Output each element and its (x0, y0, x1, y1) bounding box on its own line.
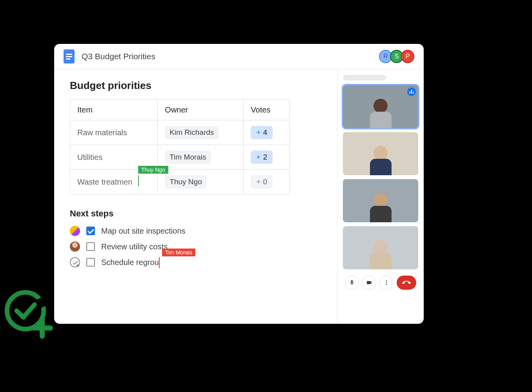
more-vertical-icon (383, 279, 390, 286)
collaborator-avatars: R S P (381, 50, 414, 63)
video-participant-tile[interactable] (343, 226, 418, 269)
task-text[interactable]: Review utility costs (101, 242, 168, 251)
speaking-indicator-icon (407, 87, 416, 96)
document-title[interactable]: Q3 Budget Priorities (82, 52, 381, 61)
microphone-icon (349, 279, 355, 286)
task-row[interactable]: Review utility costs (70, 241, 321, 252)
document-header: Q3 Budget Priorities R S P (54, 44, 424, 69)
task-row[interactable]: Map out site inspections (70, 226, 321, 236)
mute-button[interactable] (345, 276, 359, 290)
section-heading: Budget priorities (70, 80, 321, 92)
table-row[interactable]: Waste treatmen Thuy Ngo Thuy Ngo +0 (70, 170, 290, 194)
task-text[interactable]: Schedule regrou Tim Morais (101, 258, 159, 267)
votes-cell[interactable]: +4 (244, 120, 290, 145)
collaborator-avatar[interactable]: P (401, 50, 414, 63)
svg-point-3 (7, 292, 44, 329)
owner-chip[interactable]: Thuy Ngo (165, 175, 206, 189)
call-controls (343, 276, 418, 290)
table-header-item: Item (70, 100, 158, 120)
hangup-button[interactable] (397, 276, 416, 290)
svg-point-1 (386, 282, 387, 283)
video-participant-tile[interactable] (343, 85, 418, 128)
owner-chip[interactable]: Tim Morais (165, 151, 211, 164)
panel-placeholder (343, 75, 386, 80)
collaborator-cursor (138, 175, 139, 186)
table-header-owner: Owner (158, 100, 244, 120)
task-checkbox[interactable] (86, 242, 95, 251)
table-row[interactable]: Raw materials Kim Richards +4 (70, 120, 290, 145)
svg-point-2 (386, 284, 387, 285)
owner-cell[interactable]: Thuy Ngo (158, 170, 244, 194)
content-area: Budget priorities Item Owner Votes Raw m… (54, 69, 424, 324)
assign-task-icon[interactable] (70, 257, 80, 267)
assignee-avatar-icon[interactable] (70, 241, 80, 252)
votes-cell[interactable]: +0 (244, 170, 290, 194)
camera-button[interactable] (362, 276, 376, 290)
next-steps-heading: Next steps (70, 209, 321, 219)
owner-cell[interactable]: Tim Morais (158, 145, 244, 170)
assignee-avatar-icon[interactable] (70, 226, 80, 236)
votes-cell[interactable]: +2 (244, 145, 290, 170)
video-participant-tile[interactable] (343, 132, 418, 175)
task-checkbox[interactable] (86, 227, 95, 235)
vote-chip[interactable]: +4 (251, 126, 273, 139)
google-docs-icon[interactable] (64, 49, 75, 64)
table-header-votes: Votes (244, 100, 290, 120)
video-camera-icon (366, 279, 372, 286)
more-options-button[interactable] (379, 276, 394, 290)
owner-cell[interactable]: Kim Richards (158, 120, 244, 145)
document-body[interactable]: Budget priorities Item Owner Votes Raw m… (54, 69, 337, 324)
phone-hangup-icon (402, 278, 411, 287)
video-participant-tile[interactable] (343, 179, 418, 222)
collaborator-cursor-label: Tim Morais (162, 249, 195, 256)
vote-chip[interactable]: +0 (251, 175, 273, 189)
app-window: Q3 Budget Priorities R S P Budget priori… (54, 44, 424, 324)
video-call-panel (337, 69, 424, 324)
collaborator-cursor-label: Thuy Ngo (138, 166, 168, 174)
task-text[interactable]: Map out site inspections (101, 227, 186, 236)
item-cell[interactable]: Raw materials (70, 120, 158, 145)
owner-chip[interactable]: Kim Richards (165, 126, 219, 139)
budget-priorities-table[interactable]: Item Owner Votes Raw materials Kim Richa… (70, 100, 290, 194)
table-row[interactable]: Utilities Tim Morais +2 (70, 145, 290, 170)
vote-chip[interactable]: +2 (251, 151, 273, 164)
task-row[interactable]: Schedule regrou Tim Morais (70, 257, 321, 267)
svg-point-0 (386, 280, 387, 281)
task-checkbox[interactable] (86, 258, 95, 267)
collaborator-cursor (159, 257, 160, 268)
item-cell[interactable]: Waste treatmen Thuy Ngo (70, 170, 158, 194)
